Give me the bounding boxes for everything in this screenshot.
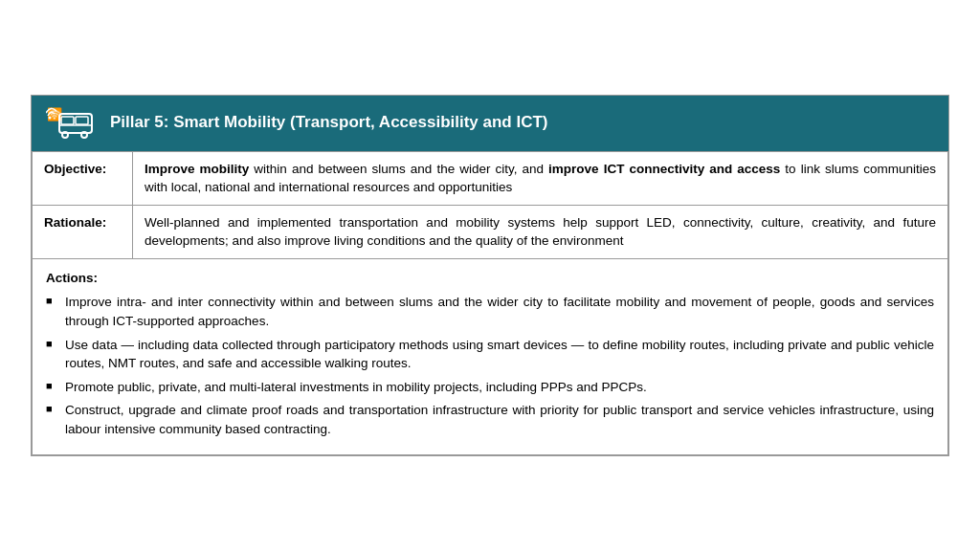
objective-row: Objective: Improve mobility within and b… <box>33 151 948 205</box>
list-item: ■ Promote public, private, and multi-lat… <box>46 378 934 397</box>
pillar-card: 🛜 Pillar 5: Smart Mobility (Transport, A… <box>31 95 949 457</box>
header-title: Pillar 5: Smart Mobility (Transport, Acc… <box>110 111 548 135</box>
rationale-row: Rationale: Well-planned and implemented … <box>33 205 948 258</box>
svg-point-4 <box>62 132 68 138</box>
actions-section: Actions: ■ Improve intra- and inter conn… <box>32 259 948 456</box>
bullet-icon: ■ <box>46 293 61 309</box>
list-item: ■ Use data — including data collected th… <box>46 336 934 373</box>
objective-label: Objective: <box>33 151 133 205</box>
svg-rect-3 <box>76 117 88 124</box>
action-text-3: Promote public, private, and multi-later… <box>65 378 934 397</box>
rationale-content: Well-planned and implemented transportat… <box>133 205 948 258</box>
header-row: 🛜 Pillar 5: Smart Mobility (Transport, A… <box>32 96 948 151</box>
bullet-icon: ■ <box>46 401 61 417</box>
svg-rect-2 <box>61 117 74 124</box>
list-item: ■ Construct, upgrade and climate proof r… <box>46 401 934 438</box>
objective-content: Improve mobility within and between slum… <box>133 151 948 205</box>
action-text-4: Construct, upgrade and climate proof roa… <box>65 401 934 438</box>
list-item: ■ Improve intra- and inter connectivity … <box>46 293 934 330</box>
actions-title: Actions: <box>46 269 934 288</box>
bullet-icon: ■ <box>46 336 61 352</box>
svg-point-7 <box>49 116 52 119</box>
svg-point-5 <box>81 132 87 138</box>
transport-icon: 🛜 <box>45 105 97 142</box>
rationale-label: Rationale: <box>33 205 133 258</box>
info-table: Objective: Improve mobility within and b… <box>32 151 948 259</box>
bullet-icon: ■ <box>46 378 61 394</box>
action-text-2: Use data — including data collected thro… <box>65 336 934 373</box>
actions-list: ■ Improve intra- and inter connectivity … <box>46 293 934 438</box>
action-text-1: Improve intra- and inter connectivity wi… <box>65 293 934 330</box>
